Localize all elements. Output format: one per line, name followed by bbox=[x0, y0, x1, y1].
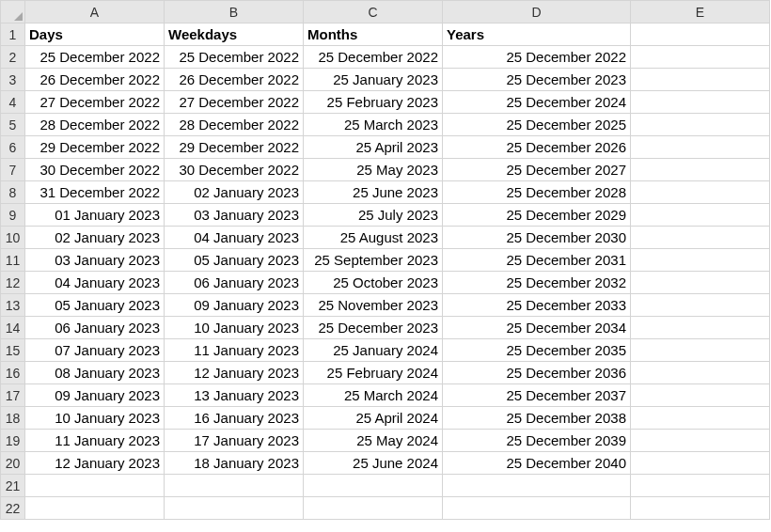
row-header[interactable]: 2 bbox=[1, 46, 25, 69]
cell-C22[interactable] bbox=[304, 497, 443, 520]
cell-B19[interactable]: 17 January 2023 bbox=[165, 430, 304, 452]
select-all-corner[interactable] bbox=[1, 1, 25, 23]
cell-E21[interactable] bbox=[631, 475, 770, 497]
cell-D17[interactable]: 25 December 2037 bbox=[443, 384, 631, 407]
row-header[interactable]: 16 bbox=[1, 362, 25, 384]
cell-D10[interactable]: 25 December 2030 bbox=[443, 227, 631, 249]
cell-E14[interactable] bbox=[631, 317, 770, 339]
cell-A10[interactable]: 02 January 2023 bbox=[25, 227, 165, 249]
cell-B2[interactable]: 25 December 2022 bbox=[165, 46, 304, 69]
cell-E15[interactable] bbox=[631, 339, 770, 362]
cell-C8[interactable]: 25 June 2023 bbox=[304, 181, 443, 204]
cell-D14[interactable]: 25 December 2034 bbox=[443, 317, 631, 339]
cell-E5[interactable] bbox=[631, 114, 770, 136]
row-header[interactable]: 13 bbox=[1, 294, 25, 317]
cell-B12[interactable]: 06 January 2023 bbox=[165, 272, 304, 294]
cell-D2[interactable]: 25 December 2022 bbox=[443, 46, 631, 69]
cell-E17[interactable] bbox=[631, 384, 770, 407]
cell-C9[interactable]: 25 July 2023 bbox=[304, 204, 443, 227]
spreadsheet-grid[interactable]: A B C D E 1DaysWeekdaysMonthsYears225 De… bbox=[0, 0, 770, 520]
row-header[interactable]: 22 bbox=[1, 497, 25, 520]
row-header[interactable]: 15 bbox=[1, 339, 25, 362]
cell-A8[interactable]: 31 December 2022 bbox=[25, 181, 165, 204]
cell-B7[interactable]: 30 December 2022 bbox=[165, 159, 304, 181]
row-header[interactable]: 19 bbox=[1, 430, 25, 452]
cell-C7[interactable]: 25 May 2023 bbox=[304, 159, 443, 181]
cell-E16[interactable] bbox=[631, 362, 770, 384]
cell-D15[interactable]: 25 December 2035 bbox=[443, 339, 631, 362]
row-header[interactable]: 10 bbox=[1, 227, 25, 249]
cell-D1[interactable]: Years bbox=[443, 23, 631, 46]
cell-E11[interactable] bbox=[631, 249, 770, 272]
cell-A17[interactable]: 09 January 2023 bbox=[25, 384, 165, 407]
cell-A12[interactable]: 04 January 2023 bbox=[25, 272, 165, 294]
row-header[interactable]: 20 bbox=[1, 452, 25, 475]
cell-A3[interactable]: 26 December 2022 bbox=[25, 69, 165, 91]
cell-A2[interactable]: 25 December 2022 bbox=[25, 46, 165, 69]
row-header[interactable]: 18 bbox=[1, 407, 25, 430]
cell-C5[interactable]: 25 March 2023 bbox=[304, 114, 443, 136]
cell-C2[interactable]: 25 December 2022 bbox=[304, 46, 443, 69]
cell-C16[interactable]: 25 February 2024 bbox=[304, 362, 443, 384]
cell-E2[interactable] bbox=[631, 46, 770, 69]
cell-A16[interactable]: 08 January 2023 bbox=[25, 362, 165, 384]
cell-D3[interactable]: 25 December 2023 bbox=[443, 69, 631, 91]
cell-D21[interactable] bbox=[443, 475, 631, 497]
cell-A5[interactable]: 28 December 2022 bbox=[25, 114, 165, 136]
cell-E4[interactable] bbox=[631, 91, 770, 114]
cell-B20[interactable]: 18 January 2023 bbox=[165, 452, 304, 475]
cell-C12[interactable]: 25 October 2023 bbox=[304, 272, 443, 294]
row-header[interactable]: 14 bbox=[1, 317, 25, 339]
cell-B17[interactable]: 13 January 2023 bbox=[165, 384, 304, 407]
cell-D12[interactable]: 25 December 2032 bbox=[443, 272, 631, 294]
row-header[interactable]: 6 bbox=[1, 136, 25, 159]
cell-B14[interactable]: 10 January 2023 bbox=[165, 317, 304, 339]
cell-B4[interactable]: 27 December 2022 bbox=[165, 91, 304, 114]
cell-E18[interactable] bbox=[631, 407, 770, 430]
cell-D8[interactable]: 25 December 2028 bbox=[443, 181, 631, 204]
row-header[interactable]: 17 bbox=[1, 384, 25, 407]
cell-E6[interactable] bbox=[631, 136, 770, 159]
cell-B18[interactable]: 16 January 2023 bbox=[165, 407, 304, 430]
cell-B16[interactable]: 12 January 2023 bbox=[165, 362, 304, 384]
cell-A18[interactable]: 10 January 2023 bbox=[25, 407, 165, 430]
row-header[interactable]: 21 bbox=[1, 475, 25, 497]
cell-C19[interactable]: 25 May 2024 bbox=[304, 430, 443, 452]
cell-C11[interactable]: 25 September 2023 bbox=[304, 249, 443, 272]
cell-A13[interactable]: 05 January 2023 bbox=[25, 294, 165, 317]
cell-A1[interactable]: Days bbox=[25, 23, 165, 46]
cell-D13[interactable]: 25 December 2033 bbox=[443, 294, 631, 317]
col-header-E[interactable]: E bbox=[631, 1, 770, 23]
cell-E1[interactable] bbox=[631, 23, 770, 46]
cell-C21[interactable] bbox=[304, 475, 443, 497]
cell-C4[interactable]: 25 February 2023 bbox=[304, 91, 443, 114]
col-header-C[interactable]: C bbox=[304, 1, 443, 23]
cell-B10[interactable]: 04 January 2023 bbox=[165, 227, 304, 249]
cell-D5[interactable]: 25 December 2025 bbox=[443, 114, 631, 136]
cell-B21[interactable] bbox=[165, 475, 304, 497]
cell-E9[interactable] bbox=[631, 204, 770, 227]
cell-C6[interactable]: 25 April 2023 bbox=[304, 136, 443, 159]
cell-D22[interactable] bbox=[443, 497, 631, 520]
cell-C20[interactable]: 25 June 2024 bbox=[304, 452, 443, 475]
cell-B22[interactable] bbox=[165, 497, 304, 520]
row-header[interactable]: 9 bbox=[1, 204, 25, 227]
cell-E19[interactable] bbox=[631, 430, 770, 452]
cell-E10[interactable] bbox=[631, 227, 770, 249]
cell-D19[interactable]: 25 December 2039 bbox=[443, 430, 631, 452]
cell-A15[interactable]: 07 January 2023 bbox=[25, 339, 165, 362]
col-header-A[interactable]: A bbox=[25, 1, 165, 23]
cell-C17[interactable]: 25 March 2024 bbox=[304, 384, 443, 407]
cell-A11[interactable]: 03 January 2023 bbox=[25, 249, 165, 272]
cell-C3[interactable]: 25 January 2023 bbox=[304, 69, 443, 91]
cell-A22[interactable] bbox=[25, 497, 165, 520]
cell-E7[interactable] bbox=[631, 159, 770, 181]
cell-C1[interactable]: Months bbox=[304, 23, 443, 46]
cell-A19[interactable]: 11 January 2023 bbox=[25, 430, 165, 452]
cell-D4[interactable]: 25 December 2024 bbox=[443, 91, 631, 114]
cell-B13[interactable]: 09 January 2023 bbox=[165, 294, 304, 317]
cell-B1[interactable]: Weekdays bbox=[165, 23, 304, 46]
cell-D16[interactable]: 25 December 2036 bbox=[443, 362, 631, 384]
cell-D18[interactable]: 25 December 2038 bbox=[443, 407, 631, 430]
cell-C15[interactable]: 25 January 2024 bbox=[304, 339, 443, 362]
